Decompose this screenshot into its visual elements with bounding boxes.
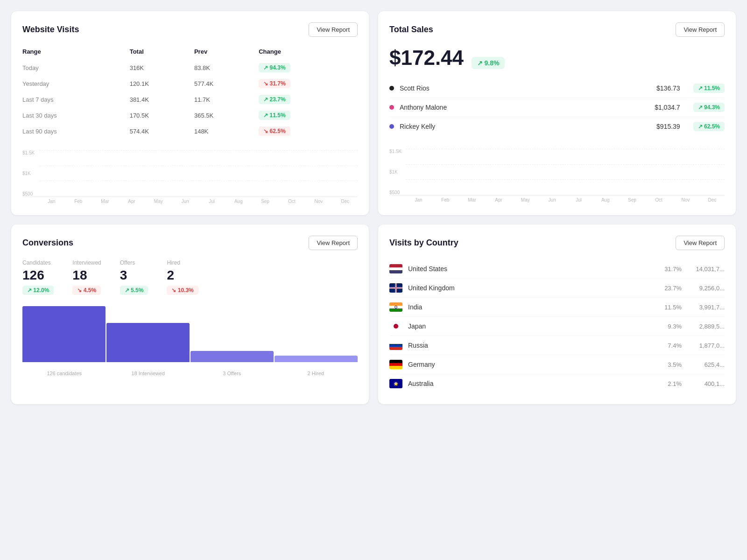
person-name: Rickey Kelly: [400, 123, 651, 130]
website-visits-view-report[interactable]: View Report: [309, 22, 358, 37]
visits-chart-area: $1.5K $1K $500: [22, 150, 358, 197]
visits-row-prev: 11.7K: [194, 91, 259, 107]
conv-stat: Hired 2 ↘ 10.3%: [167, 259, 198, 295]
country-pct: 11.5%: [661, 304, 682, 311]
visits-table-row: Today 316K 83.8K ↗ 94.3%: [22, 60, 358, 76]
country-visits: 625,4...: [687, 361, 725, 368]
country-pct: 9.3%: [661, 323, 682, 330]
grid-line-bot: [39, 181, 358, 181]
visits-country-header: Visits by Country View Report: [389, 236, 725, 250]
flag-india: [389, 302, 402, 312]
sales-x-label: Nov: [673, 197, 698, 203]
change-badge: ↗ 11.5%: [259, 111, 290, 120]
col-change: Change: [259, 46, 358, 60]
x-label: Nov: [306, 199, 331, 204]
conv-stat-badge: ↘ 4.5%: [72, 286, 101, 295]
sales-person-row: Anthony Malone $1,034.7 ↗ 94.3%: [389, 98, 725, 117]
sales-person-row: Scott Rios $136.73 ↗ 11.5%: [389, 79, 725, 98]
conv-stat: Interviewed 18 ↘ 4.5%: [72, 259, 101, 295]
sales-chart-area: $1.5K $1K $500: [389, 149, 725, 196]
change-badge: ↗ 23.7%: [259, 95, 290, 104]
funnel-bar: [275, 356, 358, 362]
sales-x-label: Oct: [647, 197, 671, 203]
flag-australia: 🌟: [389, 379, 402, 388]
flag-japan: [389, 322, 402, 331]
country-name: India: [408, 303, 655, 311]
sales-change-value: 9.8%: [485, 59, 500, 67]
funnel-bar: [106, 323, 190, 362]
visits-country-view-report[interactable]: View Report: [676, 236, 725, 250]
visits-table: Range Total Prev Change Today 316K 83.8K…: [22, 46, 358, 139]
person-amount: $915.39: [656, 123, 680, 130]
total-sales-view-report[interactable]: View Report: [676, 22, 725, 37]
x-label: Jul: [199, 199, 224, 204]
dashboard: Website Visits View Report Range Total P…: [11, 11, 736, 404]
country-row: Russia7.4%1,877,0...: [389, 336, 725, 355]
visits-row-change: ↗ 23.7%: [259, 91, 358, 107]
country-row: Japan9.3%2,889,5...: [389, 317, 725, 336]
sales-x-label: Mar: [459, 197, 484, 203]
sales-bars: [389, 149, 725, 195]
sales-x-label: Apr: [486, 197, 511, 203]
person-dot: [389, 105, 394, 110]
country-pct: 2.1%: [661, 380, 682, 387]
col-total: Total: [130, 46, 194, 60]
change-badge: ↗ 94.3%: [259, 63, 290, 72]
visits-row-prev: 83.8K: [194, 60, 259, 76]
sales-x-labels: JanFebMarAprMayJunJulAugSepOctNovDec: [389, 197, 725, 203]
sales-x-label: May: [513, 197, 538, 203]
sales-amount: $172.44: [389, 46, 464, 70]
conversions-title: Conversions: [22, 238, 73, 248]
visits-row-range: Today: [22, 60, 130, 76]
visits-x-labels: JanFebMarAprMayJunJulAugSepOctNovDec: [22, 199, 358, 204]
visits-table-row: Yesterday 120.1K 577.4K ↘ 31.7%: [22, 76, 358, 91]
visits-row-prev: 577.4K: [194, 76, 259, 91]
x-label: Mar: [92, 199, 117, 204]
country-name: United Kingdom: [408, 284, 655, 292]
conv-stat-label: Offers: [120, 259, 148, 266]
x-label: Oct: [280, 199, 304, 204]
visits-row-range: Last 30 days: [22, 107, 130, 123]
visits-row-range: Yesterday: [22, 76, 130, 91]
sales-x-label: Feb: [433, 197, 458, 203]
country-visits: 14,031,7...: [687, 266, 725, 273]
country-visits: 400,1...: [687, 380, 725, 387]
change-badge: ↘ 62.5%: [259, 126, 290, 136]
col-range: Range: [22, 46, 130, 60]
total-sales-title: Total Sales: [389, 25, 433, 35]
conv-stat-label: Candidates: [22, 259, 54, 266]
sales-amount-row: $172.44 ↗ 9.8%: [389, 46, 725, 70]
website-visits-title: Website Visits: [22, 25, 79, 35]
country-row: Germany3.5%625,4...: [389, 355, 725, 374]
conv-stat: Candidates 126 ↗ 12.0%: [22, 259, 54, 295]
visits-table-row: Last 90 days 574.4K 148K ↘ 62.5%: [22, 123, 358, 139]
visits-bar-chart: $1.5K $1K $500 JanFebMarAprMayJunJulAugS…: [22, 147, 358, 204]
visits-row-total: 120.1K: [130, 76, 194, 91]
country-name: Russia: [408, 342, 655, 349]
person-amount: $136.73: [656, 84, 680, 92]
sales-bar-chart: $1.5K $1K $500 JanFebMarAprMayJunJulAugS…: [389, 145, 725, 203]
funnel-bar: [22, 306, 106, 362]
flag-uk: [389, 283, 402, 293]
visits-bars: [22, 150, 358, 196]
sales-grid-2: [406, 164, 725, 165]
funnel-label-text: 3 Offers: [190, 371, 274, 376]
sales-x-label: Jan: [406, 197, 431, 203]
visits-country-title: Visits by Country: [389, 238, 458, 248]
sales-x-label: Sep: [620, 197, 644, 203]
funnel-chart: [22, 306, 358, 362]
country-list: United States31.7%14,031,7... United Kin…: [389, 259, 725, 393]
person-name: Anthony Malone: [400, 104, 649, 111]
conv-stat-value: 3: [120, 268, 148, 283]
conv-stat: Offers 3 ↗ 5.5%: [120, 259, 148, 295]
sales-person-row: Rickey Kelly $915.39 ↗ 62.5%: [389, 117, 725, 136]
total-sales-card: Total Sales View Report $172.44 ↗ 9.8% S…: [378, 11, 736, 215]
x-label: Sep: [253, 199, 277, 204]
visits-row-change: ↗ 94.3%: [259, 60, 358, 76]
person-dot: [389, 124, 394, 129]
conversions-view-report[interactable]: View Report: [309, 236, 358, 250]
flag-germany: [389, 360, 402, 369]
total-sales-header: Total Sales View Report: [389, 22, 725, 37]
country-name: Japan: [408, 322, 655, 330]
country-pct: 3.5%: [661, 361, 682, 368]
